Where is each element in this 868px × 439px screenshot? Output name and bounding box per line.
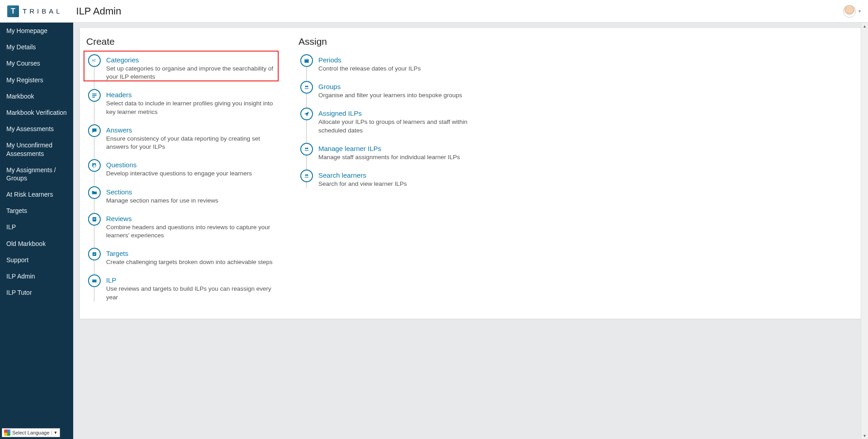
sidebar-item-my-registers[interactable]: My Registers bbox=[0, 72, 73, 88]
assign-desc-manage-learner-ilps: Manage staff assignments for individual … bbox=[318, 153, 493, 161]
main-content: Create AZ Categories Set up categories t… bbox=[73, 23, 868, 439]
svg-rect-2 bbox=[92, 95, 96, 96]
reviews-icon bbox=[88, 213, 101, 226]
language-selector-label: Select Language bbox=[12, 430, 50, 435]
svg-point-16 bbox=[305, 175, 307, 176]
az-icon: AZ bbox=[88, 54, 101, 67]
group-icon bbox=[300, 81, 313, 94]
assign-link-periods[interactable]: Periods bbox=[318, 56, 493, 64]
sidebar-item-my-unconfirmed-assessments[interactable]: My Unconfirmed Assessments bbox=[0, 137, 73, 161]
scroll-down-icon[interactable]: ▾ bbox=[863, 433, 866, 438]
assign-item-search-learners[interactable]: Search learners Search for and view lear… bbox=[300, 168, 493, 194]
create-link-headers[interactable]: Headers bbox=[106, 91, 280, 99]
sidebar-item-targets[interactable]: Targets bbox=[0, 203, 73, 219]
assign-link-manage-learner-ilps[interactable]: Manage learner ILPs bbox=[318, 145, 493, 152]
sidebar-item-my-homepage[interactable]: My Homepage bbox=[0, 23, 73, 39]
svg-rect-6 bbox=[93, 219, 96, 220]
sidebar-item-ilp-tutor[interactable]: ILP Tutor bbox=[0, 284, 73, 301]
brand-logo-icon: T bbox=[7, 5, 19, 17]
create-link-targets[interactable]: Targets bbox=[106, 250, 280, 257]
sidebar-item-ilp[interactable]: ILP bbox=[0, 219, 73, 235]
chevron-down-icon: ▼ bbox=[51, 430, 58, 435]
assign-item-assigned-ilps[interactable]: Assigned ILPs Allocate your ILPs to grou… bbox=[300, 106, 493, 141]
sidebar-item-my-details[interactable]: My Details bbox=[0, 39, 73, 55]
avatar[interactable] bbox=[843, 5, 856, 18]
create-link-questions[interactable]: Questions bbox=[106, 161, 280, 169]
assign-link-groups[interactable]: Groups bbox=[318, 83, 493, 90]
assign-link-assigned-ilps[interactable]: Assigned ILPs bbox=[318, 109, 493, 117]
svg-rect-3 bbox=[92, 97, 95, 98]
svg-point-13 bbox=[307, 86, 308, 88]
create-timeline: AZ Categories Set up categories to organ… bbox=[88, 52, 280, 308]
page-title: ILP Admin bbox=[76, 5, 121, 17]
sidebar-item-my-assessments[interactable]: My Assessments bbox=[0, 121, 73, 137]
svg-point-17 bbox=[307, 175, 308, 176]
create-link-categories[interactable]: Categories bbox=[106, 56, 280, 64]
create-item-sections[interactable]: Sections Manage section names for use in… bbox=[88, 184, 280, 211]
svg-rect-9 bbox=[92, 279, 96, 280]
svg-text:AZ: AZ bbox=[92, 59, 96, 62]
topbar-right: ▾ bbox=[843, 5, 861, 18]
sidebar-item-my-courses[interactable]: My Courses bbox=[0, 55, 73, 71]
svg-point-12 bbox=[305, 86, 307, 88]
target-icon bbox=[88, 248, 101, 260]
svg-rect-5 bbox=[93, 218, 96, 218]
assign-item-manage-learner-ilps[interactable]: Manage learner ILPs Manage staff assignm… bbox=[300, 141, 493, 168]
assign-desc-groups: Organise and filter your learners into b… bbox=[318, 91, 493, 99]
svg-rect-1 bbox=[92, 94, 96, 94]
create-link-ilp[interactable]: ILP bbox=[106, 276, 280, 284]
sidebar-item-old-markbook[interactable]: Old Markbook bbox=[0, 236, 73, 252]
scroll-up-icon[interactable]: ▴ bbox=[863, 24, 866, 28]
create-desc-ilp: Use reviews and targets to build ILPs yo… bbox=[106, 285, 280, 301]
assign-desc-search-learners: Search for and view learner ILPs bbox=[318, 180, 493, 188]
sidebar-item-ilp-admin[interactable]: ILP Admin bbox=[0, 268, 73, 284]
create-desc-answers: Ensure consistency of your data reportin… bbox=[106, 135, 280, 151]
assign-heading: Assign bbox=[299, 36, 493, 47]
create-item-answers[interactable]: Answers Ensure consistency of your data … bbox=[88, 123, 280, 157]
sidebar: My Homepage My Details My Courses My Reg… bbox=[0, 23, 73, 439]
create-desc-reviews: Combine headers and questions into revie… bbox=[106, 223, 280, 240]
create-item-targets[interactable]: Targets Create challenging targets broke… bbox=[88, 246, 280, 273]
create-desc-sections: Manage section names for use in reviews bbox=[106, 197, 280, 205]
topbar: T TRIBAL ILP Admin ▾ bbox=[0, 0, 868, 23]
create-link-reviews[interactable]: Reviews bbox=[106, 215, 280, 222]
create-desc-headers: Select data to include in learner profil… bbox=[106, 99, 280, 116]
sidebar-item-support[interactable]: Support bbox=[0, 252, 73, 268]
svg-point-14 bbox=[305, 147, 307, 149]
vertical-scrollbar[interactable]: ▴ ▾ bbox=[861, 23, 868, 439]
assign-timeline: Periods Control the release dates of you… bbox=[300, 52, 493, 194]
create-item-reviews[interactable]: Reviews Combine headers and questions in… bbox=[88, 211, 280, 246]
create-item-categories[interactable]: AZ Categories Set up categories to organ… bbox=[88, 52, 280, 87]
brand-logo-text: TRIBAL bbox=[23, 7, 63, 15]
assign-link-search-learners[interactable]: Search learners bbox=[318, 171, 493, 179]
language-selector[interactable]: Select Language ▼ bbox=[2, 428, 60, 437]
avatar-menu-caret-icon[interactable]: ▾ bbox=[859, 9, 861, 14]
assign-item-groups[interactable]: Groups Organise and filter your learners… bbox=[300, 79, 493, 106]
create-heading: Create bbox=[86, 36, 280, 47]
google-translate-icon bbox=[4, 430, 10, 436]
assign-desc-periods: Control the release dates of your ILPs bbox=[318, 65, 493, 73]
create-desc-targets: Create challenging targets broken down i… bbox=[106, 258, 280, 266]
brand-logo[interactable]: T TRIBAL bbox=[7, 5, 63, 17]
ilp-icon bbox=[88, 274, 101, 287]
sidebar-item-markbook-verification[interactable]: Markbook Verification bbox=[0, 104, 73, 121]
group-icon bbox=[300, 143, 313, 156]
create-item-ilp[interactable]: ILP Use reviews and targets to build ILP… bbox=[88, 273, 280, 307]
create-link-sections[interactable]: Sections bbox=[106, 188, 280, 196]
send-icon bbox=[300, 108, 313, 120]
headers-icon bbox=[88, 89, 101, 102]
create-item-questions[interactable]: Questions Develop interactive questions … bbox=[88, 157, 280, 184]
create-desc-questions: Develop interactive questions to engage … bbox=[106, 170, 280, 178]
create-column: Create AZ Categories Set up categories t… bbox=[86, 36, 280, 308]
create-desc-categories: Set up categories to organise and improv… bbox=[106, 65, 280, 81]
sidebar-item-my-assignments-groups[interactable]: My Assignments / Groups bbox=[0, 162, 73, 186]
sidebar-item-markbook[interactable]: Markbook bbox=[0, 88, 73, 104]
sidebar-item-at-risk-learners[interactable]: At Risk Learners bbox=[0, 186, 73, 203]
create-item-headers[interactable]: Headers Select data to include in learne… bbox=[88, 87, 280, 122]
answers-icon bbox=[88, 124, 101, 137]
svg-point-15 bbox=[307, 147, 308, 149]
calendar-icon bbox=[300, 54, 313, 67]
assign-item-periods[interactable]: Periods Control the release dates of you… bbox=[300, 52, 493, 79]
content-card: Create AZ Categories Set up categories t… bbox=[80, 28, 862, 319]
create-link-answers[interactable]: Answers bbox=[106, 126, 280, 134]
